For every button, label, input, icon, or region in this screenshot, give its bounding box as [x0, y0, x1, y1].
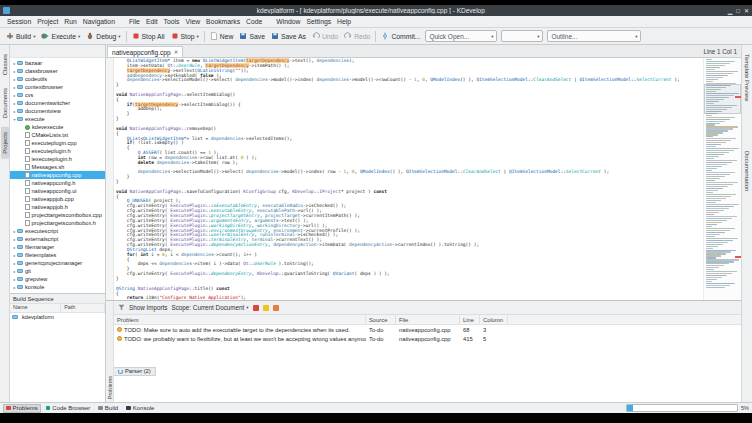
tree-item-iexecuteplugin-h[interactable]: iexecuteplugin.h [10, 155, 105, 163]
menu-navigation[interactable]: Navigation [80, 18, 118, 25]
tree-item-projecttargetscombobox-cpp[interactable]: projecttargetscombobox.cpp [10, 211, 105, 219]
menu-window[interactable]: Window [273, 18, 303, 25]
column-header-source[interactable]: Source [366, 315, 396, 324]
tree-item-grepview[interactable]: ▸grepview [10, 275, 105, 283]
tree-item-nativeappconfig-ui[interactable]: nativeappconfig.ui [10, 187, 105, 195]
file-cell: nativeappconfig.cpp [396, 327, 460, 333]
tree-item-nativeappjob-cpp[interactable]: nativeappjob.cpp [10, 195, 105, 203]
minimize-icon[interactable]: ▁ [728, 8, 733, 14]
tree-item-kdevexecute[interactable]: kdevexecute [10, 123, 105, 131]
debug-button[interactable]: Debug▾ [83, 30, 123, 43]
minimap-line [706, 138, 736, 139]
build-button[interactable]: Build▾ [3, 30, 38, 43]
tree-item-executescript[interactable]: ▸executescript [10, 227, 105, 235]
tree-item-filetemplates[interactable]: ▸filetemplates [10, 251, 105, 259]
tree-item-documentswitcher[interactable]: ▸documentswitcher [10, 99, 105, 107]
dock-tab-documents[interactable]: Documents [1, 83, 9, 123]
tree-item-cmakelists-txt[interactable]: CMakeLists.txt [10, 131, 105, 139]
minimap-scrollbar[interactable] [703, 58, 741, 300]
severity-hint-icon[interactable] [273, 305, 279, 311]
tree-item-filemanager[interactable]: ▸filemanager [10, 243, 105, 251]
redo-button[interactable]: Redo [341, 30, 373, 43]
problem-row[interactable]: TODO: we probably want to flexibilize, b… [114, 334, 741, 343]
menu-session[interactable]: Session [4, 18, 34, 25]
titlebar[interactable]: kdevplatform - [ kdevplatform/plugins/ex… [0, 5, 752, 16]
tree-item-externalscript[interactable]: ▸externalscript [10, 235, 105, 243]
tree-item-executeplugin-cpp[interactable]: executeplugin.cpp [10, 139, 105, 147]
column-header-file[interactable]: File [396, 315, 460, 324]
tree-item-konsole[interactable]: ▸konsole [10, 283, 105, 291]
menu-settings[interactable]: Settings [304, 18, 335, 25]
problem-row[interactable]: TODO: Make sure to auto add the executab… [114, 325, 741, 334]
undo-button[interactable]: Undo [309, 30, 341, 43]
tree-item-label: Messages.sh [32, 164, 65, 170]
dock-tab-documentation[interactable]: Documentation [743, 146, 751, 196]
menu-bookmarks[interactable]: Bookmarks [203, 18, 243, 25]
show-imports-toggle[interactable]: Show Imports [129, 304, 168, 311]
menu-file[interactable]: File [126, 18, 143, 25]
menu-edit[interactable]: Edit [143, 18, 161, 25]
stop-all-button[interactable]: Stop All [129, 30, 168, 43]
menu-run[interactable]: Run [61, 18, 79, 25]
tree-item-cvs[interactable]: ▸cvs [10, 91, 105, 99]
toolview-button-konsole[interactable]: Konsole [123, 404, 157, 413]
toolview-button-build[interactable]: Build [95, 404, 121, 413]
severity-warning-icon[interactable] [263, 305, 269, 311]
outline-combo[interactable]: Outline...▾ [547, 30, 641, 42]
tree-item-executeplugin-h[interactable]: executeplugin.h [10, 147, 105, 155]
column-header-path[interactable]: Path [61, 304, 105, 312]
toolview-button-code-browser[interactable]: Code Browser [43, 404, 94, 413]
parser-tab[interactable]: Parser (2) [114, 367, 156, 376]
maximize-icon[interactable]: □ [736, 8, 740, 14]
quick-open-combo[interactable]: Quick Open...▾ [425, 30, 497, 42]
tab-nativeappconfig-cpp[interactable]: nativeappconfig.cpp ✕ [107, 46, 183, 57]
column-header-problem[interactable]: Problem [114, 315, 366, 324]
column-header-column[interactable]: Column [480, 315, 508, 324]
tree-item-contextbrowser[interactable]: ▸contextbrowser [10, 83, 105, 91]
scope-dropdown[interactable]: Scope: Current Document ▾ [172, 304, 249, 311]
editor-icon-border[interactable] [106, 58, 114, 300]
tree-item-documentview[interactable]: ▸documentview [10, 107, 105, 115]
minimap-viewport[interactable] [704, 84, 741, 114]
commit-button[interactable]: Commit... [378, 30, 423, 43]
column-header-line[interactable]: Line [460, 315, 480, 324]
dock-tab-template-preview[interactable]: Template Preview [743, 49, 751, 106]
build-sequence-row[interactable]: kdevplatform [10, 313, 105, 321]
problems-dock-handle[interactable]: Problems [106, 301, 114, 402]
tree-item-git[interactable]: ▸git [10, 267, 105, 275]
menu-view[interactable]: View [182, 18, 203, 25]
tree-item-bazaar[interactable]: ▸bazaar [10, 59, 105, 67]
session-combo[interactable]: ▾ [501, 30, 543, 42]
tree-item-genericprojectmanager[interactable]: ▸genericprojectmanager [10, 259, 105, 267]
tree-item-codeutils[interactable]: ▸codeutils [10, 75, 105, 83]
tree-item-nativeappconfig-h[interactable]: nativeappconfig.h [10, 179, 105, 187]
menu-help[interactable]: Help [334, 18, 354, 25]
menu-tools[interactable]: Tools [161, 18, 183, 25]
new-button[interactable]: New [207, 30, 237, 43]
tree-item-classbrowser[interactable]: ▸classbrowser [10, 67, 105, 75]
tree-item-messages-sh[interactable]: Messages.sh [10, 163, 105, 171]
close-icon[interactable]: ✕ [744, 8, 749, 14]
tree-item-nativeappjob-h[interactable]: nativeappjob.h [10, 203, 105, 211]
save-button[interactable]: Save [236, 30, 268, 43]
stop-button[interactable]: Stop▾ [168, 30, 202, 43]
tree-item-nativeappconfig-cpp[interactable]: nativeappconfig.cpp [10, 171, 105, 179]
toolbar-button-label: Save [249, 33, 265, 40]
dock-tab-projects[interactable]: Projects [1, 127, 9, 159]
toolview-button-label: Build [105, 405, 118, 411]
severity-error-icon[interactable] [253, 305, 259, 311]
execute-button[interactable]: Execute▾ [38, 30, 83, 43]
minimap-line [706, 152, 729, 153]
project-tree[interactable]: ▸bazaar▸classbrowser▸codeutils▸contextbr… [10, 58, 105, 293]
toolview-button-problems[interactable]: Problems [3, 404, 41, 413]
code-area[interactable]: QListWidgetItem* item = new QListWidgetI… [114, 58, 703, 300]
close-icon[interactable]: ✕ [174, 49, 179, 55]
menu-project[interactable]: Project [34, 18, 61, 25]
tree-item-execute[interactable]: ▾execute [10, 115, 105, 123]
column-header-name[interactable]: Name [10, 304, 61, 312]
save-as-button[interactable]: Save As [268, 30, 309, 43]
tree-item-label: cvs [25, 92, 33, 98]
tree-item-projecttargetscombobox-h[interactable]: projecttargetscombobox.h [10, 219, 105, 227]
menu-code[interactable]: Code [243, 18, 265, 25]
dock-tab-classes[interactable]: Classes [1, 49, 9, 80]
